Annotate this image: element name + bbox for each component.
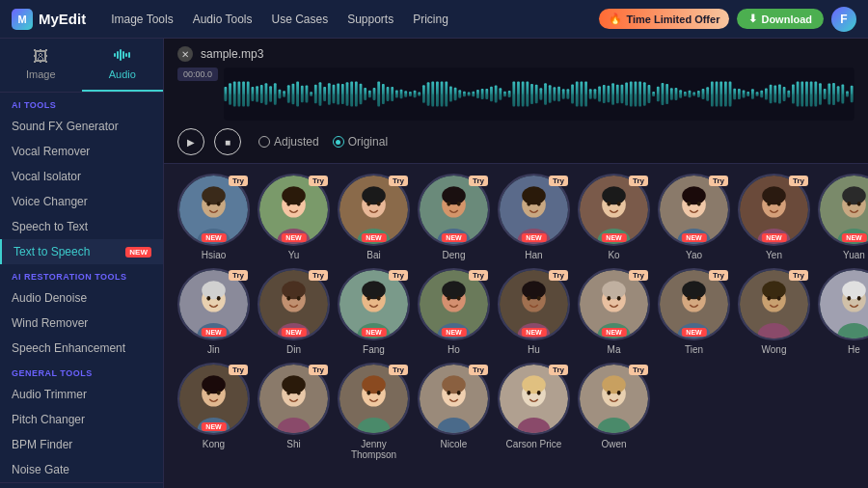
- nav-use-cases[interactable]: Use Cases: [263, 9, 336, 30]
- voice-avatar-wrap: Try: [818, 268, 868, 340]
- sidebar-item-vocal-isolator[interactable]: Vocal Isolator: [0, 164, 163, 189]
- voice-card-deng[interactable]: TryNEWDeng: [418, 174, 490, 260]
- voice-name-label: Fang: [363, 344, 385, 355]
- sidebar-item-sound-fx[interactable]: Sound FX Generator: [0, 114, 163, 139]
- svg-point-416: [447, 391, 450, 395]
- nav-image-tools[interactable]: Image Tools: [103, 9, 180, 30]
- stop-button[interactable]: ■: [214, 128, 241, 155]
- svg-rect-77: [382, 95, 385, 102]
- sidebar-item-text-to-speech[interactable]: Text to Speech NEW: [0, 239, 163, 264]
- svg-point-290: [206, 202, 210, 206]
- svg-rect-95: [422, 95, 425, 101]
- svg-rect-285: [851, 95, 854, 101]
- voice-card-jin[interactable]: TryNEWJin: [177, 268, 250, 355]
- svg-point-349: [282, 281, 306, 299]
- tab-audio[interactable]: Audio: [82, 39, 164, 92]
- svg-rect-219: [702, 95, 705, 98]
- svg-point-344: [206, 296, 210, 301]
- svg-rect-171: [594, 95, 597, 98]
- content-area: ✕ sample.mp3 00:00.0: [164, 39, 868, 488]
- sidebar-item-audio-trimmer[interactable]: Audio Trimmer: [0, 382, 163, 407]
- svg-rect-167: [584, 95, 587, 104]
- voice-grid-container[interactable]: TryNEWHsiaoTryNEWYuTryNEWBaiTryNEWDengTr…: [164, 164, 868, 488]
- voice-name-label: Tien: [685, 344, 703, 355]
- svg-point-385: [762, 281, 786, 299]
- voice-card-fang[interactable]: TryNEWFang: [338, 268, 410, 355]
- svg-rect-141: [526, 95, 529, 104]
- sidebar-item-audio-denoise[interactable]: Audio Denoise: [0, 285, 163, 311]
- voice-card-hsiao[interactable]: TryNEWHsiao: [177, 174, 250, 260]
- voice-card-din[interactable]: TryNEWDin: [258, 268, 330, 355]
- voice-card-owen[interactable]: TryOwen: [578, 363, 650, 460]
- svg-point-373: [602, 281, 626, 299]
- new-badge-avatar: NEW: [441, 233, 466, 242]
- svg-rect-21: [256, 95, 258, 101]
- voice-avatar-wrap: TryNEW: [578, 174, 650, 246]
- voice-card-yen[interactable]: TryNEWYen: [738, 174, 810, 260]
- close-file-button[interactable]: ✕: [177, 46, 193, 62]
- sidebar-item-speech-to-text[interactable]: Speech to Text: [0, 214, 163, 239]
- voice-card-yu[interactable]: TryNEWYu: [258, 174, 330, 260]
- voice-card-wong[interactable]: TryWong: [738, 268, 810, 355]
- voice-card-yuan[interactable]: TryNEWYuan: [818, 174, 868, 260]
- sidebar-item-wind-remover[interactable]: Wind Remover: [0, 311, 163, 336]
- svg-point-398: [206, 391, 210, 395]
- voice-card-bai[interactable]: TryNEWBai: [338, 174, 410, 260]
- tab-image[interactable]: 🖼 Image: [0, 39, 82, 92]
- voice-card-tien[interactable]: TryNEWTien: [658, 268, 730, 355]
- nav-supports[interactable]: Supports: [339, 9, 401, 30]
- voice-card-carson-price[interactable]: TryCarson Price: [498, 363, 570, 460]
- svg-point-411: [377, 391, 381, 395]
- svg-rect-197: [652, 95, 655, 96]
- voice-card-nicole[interactable]: TryNicole: [418, 363, 490, 460]
- time-offer-button[interactable]: 🔥 Time Limited Offer: [599, 9, 729, 29]
- svg-rect-3: [122, 51, 124, 59]
- sidebar-item-speech-enhancement[interactable]: Speech Enhancement: [0, 336, 163, 361]
- svg-point-289: [202, 186, 226, 204]
- nav-audio-tools[interactable]: Audio Tools: [185, 9, 260, 30]
- sidebar-item-voice-changer[interactable]: Voice Changer: [0, 189, 163, 214]
- svg-rect-47: [314, 95, 317, 102]
- svg-rect-225: [716, 95, 719, 104]
- svg-rect-43: [306, 95, 309, 101]
- sidebar-item-bpm-finder[interactable]: BPM Finder: [0, 432, 163, 457]
- logo[interactable]: M MyEdit: [12, 9, 86, 30]
- svg-rect-189: [635, 95, 637, 104]
- try-badge: Try: [709, 270, 728, 281]
- voice-card-hu[interactable]: TryNEWHu: [498, 268, 570, 355]
- adjusted-radio[interactable]: Adjusted: [258, 135, 319, 149]
- ai-tools-label: AI TOOLS: [0, 93, 163, 114]
- sidebar-item-pitch-changer[interactable]: Pitch Changer: [0, 407, 163, 432]
- svg-rect-239: [746, 95, 749, 96]
- svg-rect-227: [719, 95, 722, 104]
- new-badge-avatar: NEW: [201, 233, 226, 242]
- voice-card-jenny-thompson[interactable]: TryJenny Thompson: [338, 363, 410, 460]
- voice-card-he[interactable]: TryHe: [818, 268, 868, 355]
- svg-rect-51: [323, 95, 326, 100]
- svg-rect-93: [418, 95, 420, 96]
- sidebar-item-vocal-remover[interactable]: Vocal Remover: [0, 139, 163, 164]
- svg-point-297: [297, 202, 301, 206]
- play-button[interactable]: ▶: [177, 128, 204, 155]
- voice-card-ho[interactable]: TryNEWHo: [418, 268, 490, 355]
- voice-card-shi[interactable]: TryShi: [258, 363, 330, 460]
- voice-card-ko[interactable]: TryNEWKo: [578, 174, 650, 260]
- voice-card-yao[interactable]: TryNEWYao: [658, 174, 730, 260]
- svg-rect-99: [431, 95, 434, 104]
- download-button[interactable]: ⬇ Download: [737, 9, 824, 29]
- svg-rect-55: [333, 95, 336, 102]
- original-radio[interactable]: Original: [333, 135, 388, 149]
- nav-pricing[interactable]: Pricing: [405, 9, 456, 30]
- sidebar-item-noise-gate[interactable]: Noise Gate: [0, 457, 163, 482]
- svg-point-393: [857, 296, 861, 301]
- svg-rect-59: [341, 95, 344, 102]
- svg-rect-163: [576, 95, 579, 104]
- svg-rect-173: [598, 95, 601, 100]
- svg-rect-201: [662, 95, 665, 103]
- user-avatar-button[interactable]: F: [831, 7, 856, 32]
- voice-card-ma[interactable]: TryNEWMa: [578, 268, 650, 355]
- svg-point-361: [442, 281, 466, 299]
- voice-card-han[interactable]: TryNEWHan: [498, 174, 570, 260]
- svg-rect-253: [778, 95, 781, 102]
- voice-card-kong[interactable]: TryNEWKong: [177, 363, 250, 460]
